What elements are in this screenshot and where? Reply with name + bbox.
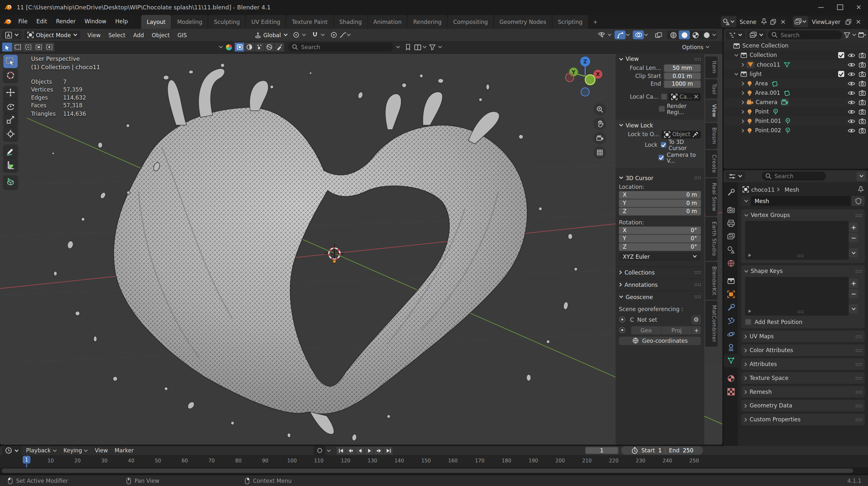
timeline-menu-playback[interactable]: Playback <box>23 448 60 454</box>
viewport-toggle-3[interactable] <box>265 43 274 52</box>
visibility-dropdown[interactable] <box>596 30 607 39</box>
disable-render-icon[interactable] <box>859 52 866 58</box>
panel-header[interactable]: Attributes <box>744 360 862 368</box>
tool-transform[interactable] <box>3 127 18 141</box>
disable-render-icon[interactable] <box>859 118 866 124</box>
pan-button[interactable] <box>593 117 606 130</box>
chevron-down-icon[interactable] <box>625 33 630 36</box>
n-panel-tab-blosm[interactable]: Blosm <box>705 123 718 149</box>
mesh-name-input[interactable]: Mesh <box>751 196 850 206</box>
view-layer-selector[interactable]: ViewLayer <box>793 16 864 27</box>
outliner-row-area[interactable]: Area <box>723 79 868 88</box>
next-keyframe-button[interactable] <box>374 447 383 454</box>
menu-window[interactable]: Window <box>80 14 111 29</box>
editor-type-button[interactable] <box>2 30 22 39</box>
tool-rotate[interactable] <box>3 99 18 113</box>
filter-icon[interactable] <box>844 32 850 38</box>
disable-render-icon[interactable] <box>859 80 866 86</box>
remove-item-button[interactable] <box>848 289 858 299</box>
radio-icon[interactable] <box>619 316 626 323</box>
pivot-point-button[interactable] <box>290 30 301 39</box>
panel-header[interactable]: Custom Properties <box>744 415 862 424</box>
properties-tab-collection[interactable] <box>723 274 738 287</box>
outliner-search-input[interactable]: Search <box>768 30 842 39</box>
camera-view-button[interactable] <box>593 132 606 145</box>
workspace-tab-uv-editing[interactable]: UV Editing <box>246 15 286 29</box>
chevron-down-icon[interactable] <box>438 45 442 49</box>
properties-tab-output[interactable] <box>723 217 738 230</box>
panel-header-geoscene[interactable]: Geoscene <box>616 291 704 303</box>
chevron-right-icon[interactable] <box>741 81 745 86</box>
workspace-tab-sculpting[interactable]: Sculpting <box>209 15 245 29</box>
geo-coordinates-button[interactable]: Geo-coordinates <box>619 336 701 345</box>
chevron-down-icon[interactable] <box>734 53 739 57</box>
properties-tab-physics[interactable] <box>723 327 738 340</box>
mode-dropdown[interactable]: Object Mode <box>24 30 80 39</box>
geo-button[interactable]: Geo <box>631 326 661 334</box>
chevron-down-icon[interactable] <box>423 45 427 49</box>
ortho-toggle-button[interactable] <box>593 146 606 159</box>
hide-eye-icon[interactable] <box>848 99 856 105</box>
properties-tab-object[interactable] <box>723 287 738 301</box>
bookmark-icon[interactable] <box>405 44 411 51</box>
menu-help[interactable]: Help <box>111 14 132 29</box>
lock-checkbox-0[interactable] <box>660 142 666 148</box>
workspace-tab-scripting[interactable]: Scripting <box>552 15 588 29</box>
breadcrumb-data[interactable]: Mesh <box>784 186 799 192</box>
viewport-menu-add[interactable]: Add <box>129 32 148 38</box>
properties-tab-world[interactable] <box>723 256 738 270</box>
remove-layer-icon[interactable] <box>856 19 861 24</box>
snap-toggle-button[interactable] <box>309 30 320 39</box>
collection-checkbox[interactable] <box>838 71 844 77</box>
outliner-row-choco11[interactable]: choco11 <box>723 60 868 69</box>
hide-eye-icon[interactable] <box>848 118 856 124</box>
new-layer-icon[interactable] <box>845 19 851 25</box>
workspace-tab-geometry-nodes[interactable]: Geometry Nodes <box>494 15 552 29</box>
menu-render[interactable]: Render <box>52 14 80 29</box>
cursor-location-y[interactable]: Y0 m <box>619 199 701 207</box>
minimize-button[interactable] <box>812 0 831 14</box>
cursor-rotation-z[interactable]: Z0° <box>619 243 701 251</box>
chevron-right-icon[interactable] <box>741 109 745 114</box>
chevron-right-icon[interactable] <box>741 119 745 123</box>
disable-render-icon[interactable] <box>859 90 866 96</box>
new-collection-icon[interactable] <box>858 32 866 38</box>
panel-header[interactable]: Geometry Data <box>744 402 862 410</box>
chevron-right-icon[interactable] <box>741 62 745 67</box>
workspace-tab-layout[interactable]: Layout <box>141 15 171 29</box>
playhead[interactable]: 1 <box>23 456 30 463</box>
disable-render-icon[interactable] <box>859 61 866 68</box>
filter-icon[interactable] <box>429 44 436 50</box>
viewport-menu-select[interactable]: Select <box>104 32 129 38</box>
panel-header[interactable]: Remesh <box>744 388 862 396</box>
chevron-down-icon[interactable] <box>396 45 400 49</box>
properties-tab-particles[interactable] <box>723 314 738 327</box>
select-mode-4[interactable] <box>44 43 54 52</box>
workspace-tab-modeling[interactable]: Modeling <box>172 15 208 29</box>
properties-tab-scene[interactable] <box>723 243 738 256</box>
chevron-down-icon[interactable] <box>644 33 649 36</box>
zoom-button[interactable] <box>593 103 606 116</box>
stopwatch-icon[interactable] <box>631 447 638 454</box>
add-item-button[interactable] <box>848 222 858 232</box>
chevron-down-icon[interactable] <box>327 449 331 452</box>
outliner-row-area-001[interactable]: Area.001 <box>723 88 868 97</box>
viewport-canvas[interactable] <box>0 53 722 445</box>
viewport-toggle-2[interactable] <box>255 43 264 52</box>
cursor-rotation-y[interactable]: Y0° <box>619 235 701 242</box>
timeline-scrollbar[interactable] <box>0 467 868 474</box>
properties-search-input[interactable]: Search <box>762 172 826 180</box>
panel-header-annotations[interactable]: Annotations <box>616 278 704 291</box>
disable-render-icon[interactable] <box>859 99 866 105</box>
axis-gizmo[interactable]: Z Y X <box>560 54 611 99</box>
value-field[interactable]: 1000 m <box>664 80 701 88</box>
blender-menu-icon[interactable] <box>4 18 12 26</box>
properties-tab-data[interactable] <box>723 354 738 367</box>
pin-icon[interactable] <box>858 186 864 193</box>
timeline-menu-marker[interactable]: Marker <box>111 448 137 454</box>
play-button[interactable] <box>365 447 374 454</box>
auto-keying-button[interactable] <box>313 446 326 455</box>
n-panel-tab-blenderkit[interactable]: BlenderKit <box>705 262 718 299</box>
tool-cursor[interactable] <box>3 68 18 82</box>
outliner-row-light[interactable]: light <box>723 69 868 79</box>
